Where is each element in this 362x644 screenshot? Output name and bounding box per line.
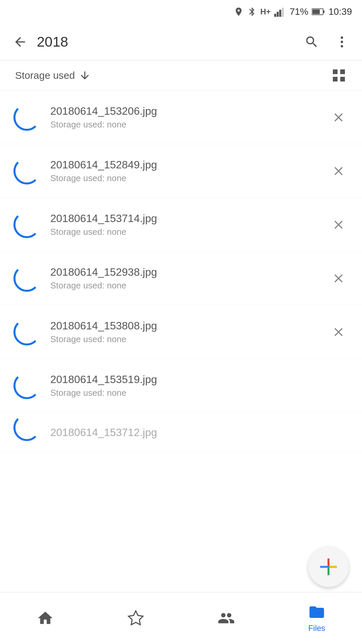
remove-button[interactable] [328,161,349,181]
file-info: 20180614_153206.jpg Storage used: none [40,105,328,130]
file-meta: Storage used: none [50,280,318,291]
file-list: 20180614_153206.jpg Storage used: none 2… [0,91,362,453]
page-title: 2018 [37,34,295,50]
svg-rect-2 [279,10,281,17]
loading-spinner [13,158,40,184]
file-meta: Storage used: none [50,388,318,398]
file-meta: Storage used: none [50,119,318,130]
star-icon [127,609,144,627]
list-item[interactable]: 20180614_153808.jpg Storage used: none [0,305,362,359]
file-info: 20180614_152938.jpg Storage used: none [40,266,328,291]
status-bar: H+ 71% 10:39 [0,0,362,23]
svg-point-7 [341,36,343,39]
home-icon [37,609,54,627]
app-bar-actions [302,32,352,52]
list-item[interactable]: 20180614_153714.jpg Storage used: none [0,198,362,252]
status-time: 10:39 [328,6,352,17]
loading-spinner [13,265,40,292]
network-type-icon: H+ [260,7,271,16]
svg-rect-15 [320,566,327,568]
svg-rect-5 [323,10,324,13]
back-button[interactable] [10,32,30,52]
svg-rect-12 [327,558,329,566]
nav-item-files[interactable]: Files [272,598,362,638]
nav-item-shared[interactable] [181,604,272,632]
signal-icon [274,7,286,17]
fab-add-button[interactable] [308,547,349,587]
svg-rect-13 [329,566,337,568]
loading-spinner [13,319,40,345]
more-options-button[interactable] [332,32,352,52]
remove-button[interactable] [328,107,349,127]
svg-rect-3 [282,8,284,17]
list-item[interactable]: 20180614_152849.jpg Storage used: none [0,144,362,198]
list-item[interactable]: 20180614_153206.jpg Storage used: none [0,91,362,144]
remove-button[interactable] [328,268,349,288]
list-item[interactable]: 20180614_153519.jpg Storage used: none [0,359,362,413]
files-icon [308,603,325,621]
file-meta: Storage used: none [50,173,318,183]
loading-spinner [13,211,40,238]
file-meta: Storage used: none [50,334,318,344]
battery-icon [312,7,325,17]
search-button[interactable] [302,32,322,52]
sort-label-text: Storage used [15,70,75,81]
file-name: 20180614_153712.jpg [50,426,339,439]
svg-point-8 [341,41,343,43]
file-name: 20180614_152938.jpg [50,266,318,278]
app-bar: 2018 [0,23,362,60]
svg-rect-14 [327,568,329,575]
remove-button[interactable] [328,322,349,342]
file-info: 20180614_153808.jpg Storage used: none [40,320,328,344]
loading-spinner [13,104,40,131]
grid-icon [331,67,347,84]
file-info: 20180614_153712.jpg [40,426,349,439]
gps-icon [234,7,244,17]
file-name: 20180614_153206.jpg [50,105,318,117]
bluetooth-icon [247,7,257,17]
status-icons: H+ 71% 10:39 [234,6,352,17]
sort-button[interactable]: Storage used [15,69,91,82]
file-name: 20180614_152849.jpg [50,159,318,171]
sort-down-icon [79,69,91,82]
svg-rect-0 [274,14,276,17]
file-name: 20180614_153714.jpg [50,212,318,225]
people-icon [218,609,235,627]
sort-bar: Storage used [0,60,362,91]
remove-button[interactable] [328,215,349,235]
list-item[interactable]: 20180614_153712.jpg [0,413,362,453]
loading-spinner [13,414,40,441]
file-info: 20180614_152849.jpg Storage used: none [40,159,328,183]
file-meta: Storage used: none [50,227,318,237]
grid-view-button[interactable] [331,67,347,84]
svg-point-9 [341,45,343,47]
list-item[interactable]: 20180614_152938.jpg Storage used: none [0,252,362,305]
file-info: 20180614_153714.jpg Storage used: none [40,212,328,237]
svg-rect-6 [312,9,320,14]
nav-item-starred[interactable] [90,604,181,632]
battery-percentage: 71% [290,6,308,17]
bottom-nav: Files [0,592,362,644]
nav-label-files: Files [308,624,325,633]
svg-rect-1 [277,12,279,17]
file-info: 20180614_153519.jpg Storage used: none [40,373,328,398]
loading-spinner [13,372,40,399]
file-name: 20180614_153808.jpg [50,320,318,332]
file-name: 20180614_153519.jpg [50,373,318,386]
nav-item-home[interactable] [0,604,90,632]
